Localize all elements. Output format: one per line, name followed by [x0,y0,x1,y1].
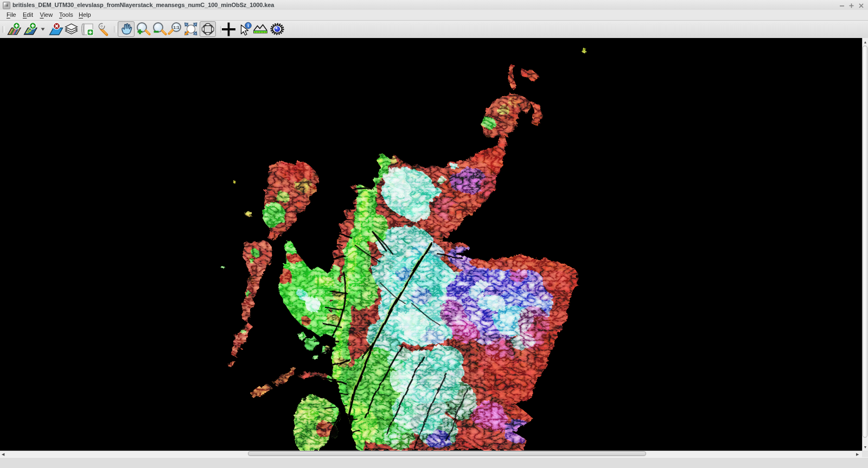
svg-text:1:1: 1:1 [174,25,180,30]
